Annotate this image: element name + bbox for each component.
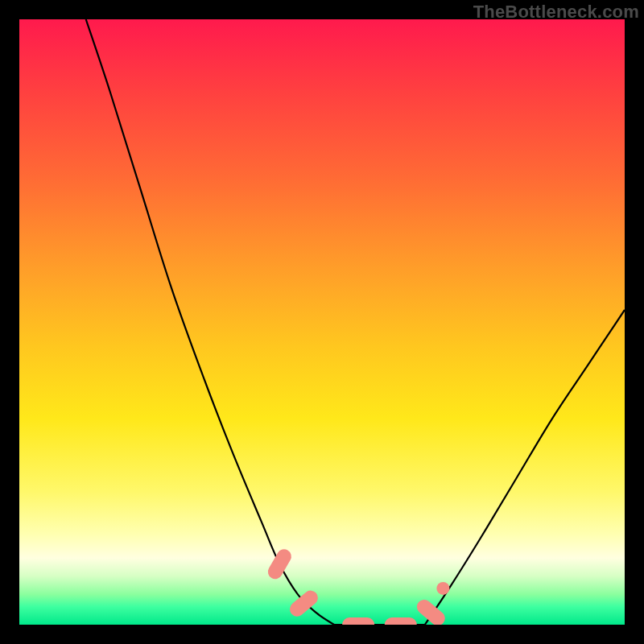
watermark: TheBottleneck.com (473, 2, 639, 23)
plot-area (19, 19, 625, 625)
curve-left-branch (86, 19, 334, 625)
outer-frame: TheBottleneck.com (0, 0, 644, 644)
marker-m1 (266, 547, 295, 582)
curve-layer (19, 19, 625, 625)
curve-right-branch (425, 310, 625, 625)
marker-m5 (414, 597, 448, 625)
marker-m6 (436, 582, 449, 595)
marker-group (266, 547, 450, 625)
marker-m3 (342, 617, 374, 625)
marker-m4 (385, 617, 417, 625)
marker-m2 (287, 588, 320, 620)
